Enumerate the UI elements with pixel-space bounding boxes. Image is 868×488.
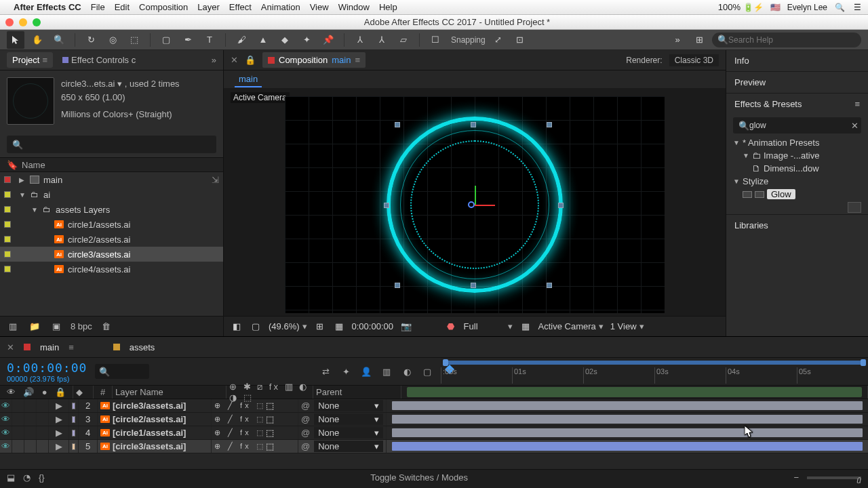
- label-color[interactable]: [4, 191, 11, 198]
- project-item[interactable]: Aicircle2/assets.ai: [0, 232, 223, 247]
- menu-effect[interactable]: Effect: [229, 2, 252, 12]
- twirl-icon[interactable]: ▶: [49, 413, 69, 426]
- label-color[interactable]: [4, 266, 11, 272]
- toggle-switches-label[interactable]: Toggle Switches / Modes: [370, 472, 468, 483]
- label-color[interactable]: [4, 221, 11, 228]
- search-help-field[interactable]: 🔍: [712, 33, 861, 47]
- libraries-panel-header[interactable]: Libraries: [726, 214, 868, 236]
- preview-panel-header[interactable]: Preview: [726, 71, 868, 93]
- spotlight-icon[interactable]: 🔍: [834, 3, 845, 12]
- timeline-search[interactable]: 🔍: [95, 364, 149, 379]
- visibility-toggle[interactable]: 👁: [0, 413, 12, 426]
- text-tool-icon[interactable]: T: [201, 31, 218, 49]
- roi-icon[interactable]: ▦: [333, 321, 345, 331]
- toggle-switches-icon[interactable]: ⬓: [7, 472, 15, 483]
- zoom-slider[interactable]: [807, 476, 861, 479]
- layer-switches[interactable]: ⊕ ╱ fx ⬚ ⬚: [212, 399, 298, 412]
- menu-composition[interactable]: Composition: [139, 2, 188, 12]
- layer-switches[interactable]: ⊕ ╱ fx ⬚ ⬚: [212, 426, 298, 439]
- time-ruler[interactable]: :00s01s02s03s04s05s: [441, 358, 868, 385]
- pen-tool-icon[interactable]: ✒: [179, 31, 197, 49]
- selection-tool-icon[interactable]: [7, 31, 24, 49]
- transform-handle[interactable]: [395, 122, 400, 127]
- user-name[interactable]: Evelyn Lee: [787, 3, 827, 12]
- new-bin-icon[interactable]: [848, 202, 861, 213]
- view-camera-dropdown[interactable]: Active Camera▾: [538, 321, 604, 331]
- label-color[interactable]: [4, 176, 11, 183]
- world-axis-icon[interactable]: ⅄: [373, 31, 391, 49]
- zoom-window-button[interactable]: [33, 18, 41, 26]
- snap-edge-icon[interactable]: ⤢: [490, 31, 507, 49]
- label-column-icon[interactable]: 🔖: [7, 160, 22, 170]
- toggle-switches-icon[interactable]: {}: [39, 472, 45, 483]
- app-name[interactable]: After Effects CC: [14, 2, 81, 12]
- bpc-label[interactable]: 8 bpc: [71, 321, 92, 331]
- twirl-icon[interactable]: ▶: [49, 399, 69, 412]
- index-column[interactable]: #: [94, 386, 113, 399]
- draft3d-icon[interactable]: ✦: [339, 367, 353, 377]
- current-time[interactable]: 0:00:00:00: [7, 361, 87, 375]
- transparency-icon[interactable]: ▢: [250, 321, 262, 331]
- layer-label-color[interactable]: [72, 403, 75, 409]
- label-color[interactable]: [4, 236, 11, 243]
- effects-presets-header[interactable]: Effects & Presets≡: [726, 93, 868, 115]
- project-tab[interactable]: Project ≡: [7, 52, 53, 68]
- effects-search[interactable]: 🔍 ✕: [733, 117, 861, 134]
- project-item[interactable]: Aicircle3/assets.ai: [0, 247, 223, 262]
- zoom-out-icon[interactable]: −: [793, 472, 799, 483]
- axis-x-icon[interactable]: [475, 205, 495, 206]
- timeline-tab-main[interactable]: main: [40, 342, 59, 352]
- layer-duration-bar[interactable]: [392, 442, 863, 451]
- menu-file[interactable]: File: [91, 2, 105, 12]
- layer-row[interactable]: 👁 ▶ 3 Ai[circle2/assets.ai] ⊕ ╱ fx ⬚ ⬚ @…: [0, 413, 868, 426]
- minimize-window-button[interactable]: [19, 18, 27, 26]
- eraser-tool-icon[interactable]: ◆: [276, 31, 294, 49]
- layer-label-color[interactable]: [72, 443, 75, 450]
- project-item[interactable]: ▼🗀ai: [0, 187, 223, 202]
- transform-handle[interactable]: [384, 203, 389, 208]
- project-search[interactable]: 🔍: [7, 136, 216, 153]
- shy-icon[interactable]: 👤: [359, 367, 373, 377]
- av-column-header[interactable]: 👁🔊●🔒: [0, 386, 73, 399]
- fast-preview-icon[interactable]: ▦: [519, 321, 532, 331]
- clone-tool-icon[interactable]: ▲: [254, 31, 272, 49]
- renderer-dropdown[interactable]: Classic 3D: [669, 54, 719, 66]
- visibility-toggle[interactable]: 👁: [0, 426, 12, 439]
- transform-handle[interactable]: [547, 122, 552, 127]
- layer-duration-bar[interactable]: [392, 428, 863, 437]
- visibility-toggle[interactable]: 👁: [0, 399, 12, 412]
- resolution-dropdown[interactable]: Full▾: [464, 321, 513, 331]
- menu-layer[interactable]: Layer: [197, 2, 220, 12]
- close-window-button[interactable]: [5, 18, 14, 26]
- name-column-header[interactable]: Name: [22, 160, 45, 170]
- project-item[interactable]: Aicircle4/assets.ai: [0, 262, 223, 277]
- roto-tool-icon[interactable]: ✦: [298, 31, 315, 49]
- visibility-toggle[interactable]: 👁: [0, 440, 12, 453]
- new-folder-icon[interactable]: 📁: [27, 321, 42, 331]
- tree-row[interactable]: ▼Stylize: [726, 175, 868, 188]
- project-item[interactable]: Aicircle1/assets.ai: [0, 217, 223, 232]
- parent-column[interactable]: Parent: [313, 386, 401, 399]
- axis-z-icon[interactable]: [468, 201, 475, 208]
- graph-editor-icon[interactable]: ▢: [420, 367, 434, 377]
- switches-column[interactable]: ⊕ ✱ ⧄ fx ▥ ◐ ◑ ⬚: [226, 386, 313, 399]
- brush-tool-icon[interactable]: 🖌: [233, 31, 250, 49]
- layer-label-color[interactable]: [72, 416, 75, 423]
- layer-switches[interactable]: ⊕ ╱ fx ⬚ ⬚: [212, 440, 298, 453]
- pickwhip-icon[interactable]: @: [301, 414, 310, 424]
- project-item[interactable]: ▶main⇲: [0, 172, 223, 187]
- zoom-dropdown[interactable]: (49.6%)▾: [269, 321, 307, 331]
- pickwhip-icon[interactable]: @: [301, 441, 310, 451]
- layer-name[interactable]: Ai[circle1/assets.ai]: [98, 426, 212, 439]
- camera-tool-icon[interactable]: ◎: [104, 31, 121, 49]
- menu-animation[interactable]: Animation: [261, 2, 300, 12]
- snapping-checkbox[interactable]: ☐: [427, 31, 444, 49]
- layer-label-color[interactable]: [72, 430, 75, 436]
- notifications-icon[interactable]: ☰: [852, 3, 863, 12]
- local-axis-icon[interactable]: ⅄: [351, 31, 369, 49]
- toggle-switches-icon[interactable]: ◔: [23, 472, 31, 483]
- new-comp-icon[interactable]: ▣: [49, 321, 64, 331]
- parent-dropdown[interactable]: None▾: [314, 427, 383, 439]
- transform-handle[interactable]: [395, 283, 400, 288]
- layer-name[interactable]: Ai[circle3/assets.ai]: [98, 440, 212, 453]
